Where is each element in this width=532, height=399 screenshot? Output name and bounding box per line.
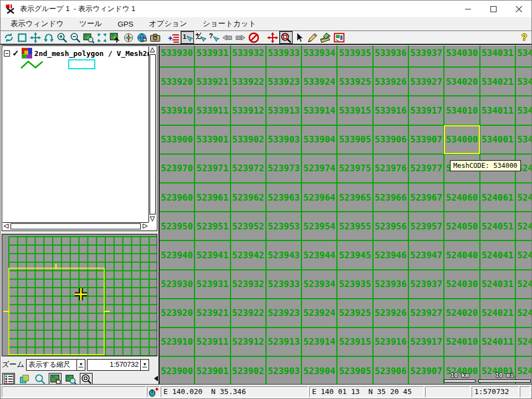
pencil-button[interactable]	[306, 31, 319, 44]
mesh-cell[interactable]: 523923	[266, 299, 301, 328]
mesh-cell[interactable]: 524061	[480, 183, 515, 212]
mesh-cell[interactable]: 523910	[159, 328, 195, 356]
mesh-cell[interactable]: 523941	[195, 241, 230, 269]
menu-item-5[interactable]: ショートカット	[195, 17, 264, 30]
mesh-cell[interactable]: 523974	[301, 154, 337, 183]
mesh-cell[interactable]: 523950	[159, 212, 195, 241]
scroll-right-icon[interactable]	[142, 223, 149, 229]
mesh-cell[interactable]: 523903	[266, 356, 301, 385]
scale-value-combobox[interactable]: 1:570732	[87, 359, 149, 371]
mesh-cell[interactable]: 533901	[195, 125, 230, 154]
layers-button[interactable]	[18, 373, 30, 385]
mesh-cell[interactable]: 524041	[480, 241, 515, 269]
panel-collapse-icon[interactable]	[154, 376, 158, 381]
scroll-down-icon[interactable]	[149, 216, 156, 222]
mesh-cell[interactable]: 533915	[337, 96, 372, 125]
image-map-button[interactable]	[332, 31, 346, 44]
zoom-target-button[interactable]	[80, 373, 93, 385]
mesh-cell[interactable]: 523954	[301, 212, 337, 241]
mesh-cell[interactable]: 524022	[515, 299, 531, 328]
mesh-cell[interactable]: 533931	[195, 45, 230, 67]
pointer-button[interactable]	[293, 31, 306, 44]
full-extent-button[interactable]	[16, 31, 29, 44]
mesh-cell[interactable]: 533936	[373, 45, 408, 67]
mesh-cell[interactable]: 533932	[231, 45, 266, 67]
mesh-cell[interactable]: 533913	[266, 96, 301, 125]
mesh-cell[interactable]: 523971	[195, 154, 230, 183]
minimize-button[interactable]	[455, 1, 480, 17]
mesh-cell[interactable]: 534032	[515, 45, 531, 67]
tree-expander-icon[interactable]	[4, 50, 10, 57]
mesh-cell[interactable]: 523934	[301, 270, 337, 299]
mesh-cell[interactable]: 523936	[373, 270, 408, 299]
mesh-cell[interactable]: 533935	[337, 45, 372, 67]
mesh-cell[interactable]: 524011	[480, 328, 515, 356]
mesh-cell[interactable]: 523943	[266, 241, 301, 269]
previous-view-button[interactable]	[42, 31, 55, 44]
menu-item-1[interactable]: 表示ウィンドウ	[3, 17, 71, 30]
mesh-cell[interactable]: 534000	[444, 125, 479, 154]
mesh-cell[interactable]: 523932	[231, 270, 266, 299]
zoom-out-button[interactable]	[69, 31, 82, 44]
mesh-cell[interactable]: 523977	[408, 154, 444, 183]
scale-mode-combobox[interactable]: 表示する縮尺	[26, 359, 85, 371]
scroll-left-icon[interactable]	[3, 223, 9, 229]
mesh-cell[interactable]: 523966	[373, 183, 408, 212]
mesh-cell[interactable]: 523951	[195, 212, 230, 241]
mesh-cell[interactable]: 534010	[444, 96, 479, 125]
mesh-cell[interactable]: 524050	[444, 212, 479, 241]
measure-button[interactable]	[319, 31, 332, 44]
back-button[interactable]	[221, 31, 234, 44]
mesh-cell[interactable]: 533924	[301, 67, 337, 96]
mesh-cell[interactable]: 523931	[195, 270, 230, 299]
menu-item-3[interactable]: GPS	[110, 18, 141, 30]
mesh-cell[interactable]: 523914	[301, 328, 337, 356]
tree-vscroll-thumb[interactable]	[150, 54, 156, 214]
mesh-cell[interactable]: 523972	[231, 154, 266, 183]
mesh-cell[interactable]: 523967	[408, 183, 444, 212]
world-button[interactable]	[135, 31, 149, 44]
mesh-cell[interactable]: 523942	[231, 241, 266, 269]
map-window-button[interactable]	[49, 373, 62, 385]
mesh-cell[interactable]: 533925	[337, 67, 372, 96]
mesh-cell[interactable]: 524040	[444, 241, 479, 269]
mesh-cell[interactable]: 523912	[231, 328, 266, 356]
mesh-cell[interactable]: 523900	[159, 356, 195, 385]
mesh-cell[interactable]: 523902	[231, 356, 266, 385]
mesh-cell[interactable]: 523964	[301, 183, 337, 212]
mesh-cell[interactable]: 524021	[480, 299, 515, 328]
mesh-cell[interactable]: 533922	[231, 67, 266, 96]
mesh-cell[interactable]: 523965	[337, 183, 372, 212]
mesh-cell[interactable]: 523927	[408, 299, 444, 328]
select-1-button[interactable]: 1	[181, 31, 194, 44]
map-zoom-button[interactable]	[64, 373, 77, 385]
overview-map[interactable]	[2, 234, 157, 356]
mesh-cell[interactable]: 523907	[408, 356, 444, 385]
mesh-cell[interactable]: 523906	[373, 356, 408, 385]
mesh-cell[interactable]: 523930	[159, 270, 195, 299]
mesh-cell[interactable]: 533904	[301, 125, 337, 154]
mesh-cell[interactable]: 523915	[337, 328, 372, 356]
mesh-cell[interactable]: 523901	[195, 356, 230, 385]
mesh-cell[interactable]: 533906	[373, 125, 408, 154]
mesh-cell[interactable]: 523920	[159, 299, 195, 328]
mesh-cell[interactable]: 533905	[337, 125, 372, 154]
mesh-cell[interactable]: 523952	[231, 212, 266, 241]
mesh-cell[interactable]: 524051	[480, 212, 515, 241]
mesh-cell[interactable]: 534020	[444, 67, 479, 96]
mesh-cell[interactable]: 523924	[301, 299, 337, 328]
add-data-button[interactable]	[167, 31, 181, 44]
mesh-cell[interactable]: 524060	[444, 183, 479, 212]
mesh-cell[interactable]: 534021	[480, 67, 515, 96]
mesh-cell[interactable]: 523955	[337, 212, 372, 241]
mesh-cell[interactable]: 523961	[195, 183, 230, 212]
mesh-cell[interactable]: 524032	[515, 270, 531, 299]
mesh-cell[interactable]: 524052	[515, 212, 531, 241]
mesh-cell[interactable]: 533934	[301, 45, 337, 67]
mesh-cell[interactable]: 523976	[373, 154, 408, 183]
mesh-cell[interactable]: 534022	[515, 67, 531, 96]
select-toggle-button[interactable]	[194, 31, 207, 44]
mesh-cell[interactable]: 523956	[373, 212, 408, 241]
mesh-cell[interactable]: 534031	[480, 45, 515, 67]
mesh-cell[interactable]: 533917	[408, 96, 444, 125]
